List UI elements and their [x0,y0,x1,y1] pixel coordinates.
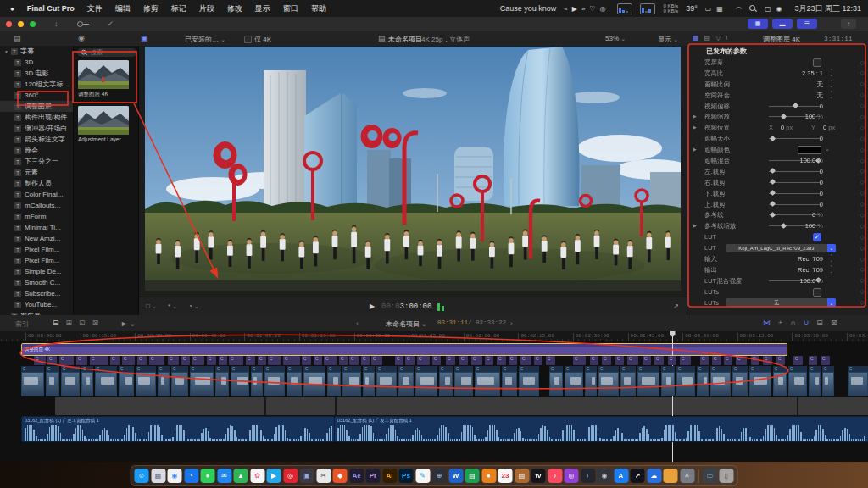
stepper-icon[interactable]: ⌃⌄ [830,254,833,263]
video-clip[interactable]: C [264,366,285,396]
parameter-value[interactable]: 0 [820,201,823,208]
title-clip[interactable]: C [590,356,598,365]
menu-4[interactable]: 标记 [171,3,186,14]
video-clip[interactable]: C [809,366,821,396]
title-clip[interactable]: C [229,356,243,365]
title-clip[interactable]: C [34,356,46,365]
sidebar-item-youtube-[interactable]: TYouTube... [0,299,73,310]
keyframe-icon[interactable]: ◇ [860,59,865,66]
dock-icon-sketch[interactable]: ✎ [415,469,430,483]
parameter-value[interactable]: 无 [817,92,824,100]
share-button[interactable]: ↑ [841,19,856,29]
fullscreen-icon[interactable]: ↗ [673,302,679,310]
previous-project-icon[interactable]: ‹ [356,319,359,328]
sidebar-item-pixel-film-[interactable]: TPixel Film... [0,244,73,255]
video-clip[interactable]: C [251,366,263,396]
menu-1[interactable]: 文件 [87,3,103,14]
dock-icon-person-orange[interactable]: ● [481,469,496,483]
title-clip[interactable]: C [110,356,120,365]
sidebar-item--[interactable]: T下三分之一 [0,156,73,167]
video-clip[interactable]: C [158,366,170,396]
dock-icon-safari[interactable]: ◔ [184,469,198,483]
background-tasks-icon[interactable]: ✓ [108,19,114,28]
keyframe-icon[interactable]: ◇ [860,103,865,109]
dock-icon-globe-dark[interactable]: ⊕ [432,469,447,483]
title-clip[interactable]: C [534,356,542,365]
disclosure-icon[interactable]: ▶ [693,125,697,130]
parameter-slider[interactable] [769,193,820,194]
timeline-option-icon[interactable]: ∩ [790,319,795,327]
video-clip[interactable]: C [661,366,675,396]
browser-toggle-button[interactable]: ▦ [748,19,768,29]
zoom-window-button[interactable] [30,21,36,27]
parameter-value[interactable]: Rec. 709 [798,266,823,274]
dock-icon-mail[interactable]: ✉ [217,469,231,483]
video-clip[interactable]: C [171,366,188,396]
next-project-icon[interactable]: › [510,319,513,328]
timeline-toggle-button[interactable]: ▬ [772,19,793,29]
keyframe-icon[interactable]: ◇ [860,136,865,142]
video-clip[interactable]: C [327,366,341,396]
keyframe-icon[interactable]: ◇ [860,114,865,120]
video-clip[interactable]: C [303,366,326,396]
status-icon[interactable]: ◉ [776,5,782,13]
menu-6[interactable]: 修改 [227,3,242,14]
keyframe-icon[interactable]: ◇ [860,288,865,295]
video-clip[interactable]: C [398,366,414,396]
transport-icon[interactable]: « [564,5,567,13]
audio-clip[interactable]: 03162_配音稿 (1) 广发工贸配音稿 1 [334,416,868,442]
sidebar-item-mform[interactable]: TmForm [0,211,73,222]
video-clip[interactable]: C [676,366,695,396]
titles-generators-browser-icon[interactable]: ▣ [141,34,148,42]
browser-thumbnail-adjustment-layer-4k[interactable] [78,60,129,89]
inspector-tab-icon[interactable]: ▽ [715,34,721,42]
timeline-option-icon[interactable]: ∪ [804,319,810,327]
timeline-ruler[interactable]: 00:00:00:0000:00:15:0000:00:30:0000:00:4… [0,331,868,341]
parameter-value[interactable]: 100.0 % [799,277,823,285]
video-clip[interactable]: C [519,366,539,396]
menu-7[interactable]: 显示 [255,3,270,14]
keyframe-icon[interactable]: ◇ [860,212,865,219]
keyframe-icon[interactable]: ◇ [860,277,865,284]
video-clip[interactable]: C [21,366,44,396]
sidebar-item--[interactable]: T元素 [0,167,73,178]
video-clip[interactable]: C [454,366,473,396]
keyframe-icon[interactable]: ◇ [860,69,865,76]
parameter-value[interactable]: 100.0 % [799,157,823,164]
title-clip[interactable]: C [712,356,721,365]
timeline-option-icon[interactable]: ⋈ [763,319,771,327]
parameter-value[interactable]: 0 [820,190,823,197]
menu-app[interactable]: Final Cut Pro [27,4,75,13]
stepper-icon[interactable]: ⌃⌄ [830,69,833,77]
sidebar-item-3d-[interactable]: T3D 电影 [0,68,73,79]
video-clip[interactable]: C [342,366,361,396]
parameter-value[interactable]: 0 [820,179,823,186]
title-clip[interactable]: C [59,356,74,365]
color-swatch[interactable] [798,146,821,154]
status-icon[interactable]: ▢ [765,5,771,13]
video-clip[interactable]: C [81,366,93,396]
title-clip[interactable]: C [497,356,506,365]
video-clip[interactable]: C [749,366,771,396]
title-clip[interactable]: C [700,356,709,365]
dock-icon-final-cut-pro[interactable]: ▣ [300,469,314,483]
video-clip[interactable]: C [119,366,134,396]
viewer-view-popup[interactable]: 显示 ⌄ [658,35,678,44]
dock-icon-books[interactable]: ▤ [515,469,529,483]
dock-icon-tv[interactable]: tv [531,469,546,483]
video-clip[interactable]: C [439,366,453,396]
keyframe-icon[interactable]: ◇ [860,158,865,164]
title-clip[interactable]: C [219,356,227,365]
title-clip[interactable]: C [339,356,348,365]
dock-icon-chrome[interactable]: ◉ [168,469,182,483]
audio-clip[interactable]: 03162_配音稿 (1) 广发工贸配音稿 1 [21,416,335,442]
video-clip[interactable]: C [95,366,117,396]
dock-icon-launchpad[interactable]: ▦ [151,469,165,483]
parameter-value[interactable]: 无 [817,80,824,89]
status-icon[interactable]: ▦ [716,5,723,13]
parameter-slider[interactable] [769,182,820,183]
video-clip[interactable]: C [697,366,709,396]
title-clip[interactable]: C [446,356,455,365]
parameter-slider[interactable] [769,171,820,172]
title-clip[interactable]: C [459,356,468,365]
